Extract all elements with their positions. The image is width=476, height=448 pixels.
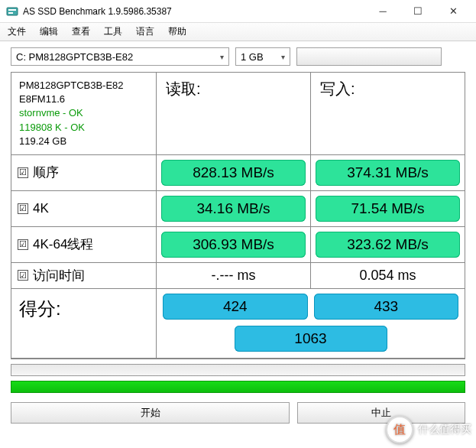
progress-bar-2 <box>11 381 465 393</box>
svg-rect-0 <box>7 8 18 15</box>
menu-tools[interactable]: 工具 <box>104 25 122 38</box>
toolbar: C: PM8128GPTCB3B-E82 ▾ 1 GB ▾ <box>0 41 476 72</box>
score-total: 1063 <box>235 326 387 352</box>
close-button[interactable]: ✕ <box>436 1 470 22</box>
drive-value: C: PM8128GPTCB3B-E82 <box>16 51 133 63</box>
k464-read-cell: 306.93 MB/s <box>157 227 311 262</box>
k464-write: 323.62 MB/s <box>316 232 460 258</box>
seq-label: 顺序 <box>33 164 59 181</box>
toolbar-spacer-button[interactable] <box>296 47 442 66</box>
k464-label: 4K-64线程 <box>33 235 93 253</box>
watermark-text: 什么值得买 <box>418 423 471 437</box>
results-table: PM8128GPTCB3B-E82 E8FM11.6 stornvme - OK… <box>11 72 465 359</box>
info-model: PM8128GPTCB3B-E82 <box>19 79 124 93</box>
chevron-down-icon: ▾ <box>281 53 285 61</box>
menu-help[interactable]: 帮助 <box>168 25 186 38</box>
window-title: AS SSD Benchmark 1.9.5986.35387 <box>23 6 366 17</box>
header-row: PM8128GPTCB3B-E82 E8FM11.6 stornvme - OK… <box>11 73 465 155</box>
row-4k64: ☑ 4K-64线程 306.93 MB/s 323.62 MB/s <box>11 227 465 263</box>
menu-view[interactable]: 查看 <box>72 25 90 38</box>
k4-write-cell: 71.54 MB/s <box>311 191 465 226</box>
k4-checkbox[interactable]: ☑ <box>18 203 28 214</box>
acc-read-cell: -.--- ms <box>157 263 311 288</box>
k464-read: 306.93 MB/s <box>161 232 306 258</box>
k4-label-cell: ☑ 4K <box>11 191 157 226</box>
info-firmware: E8FM11.6 <box>19 93 65 106</box>
seq-label-cell: ☑ 顺序 <box>11 155 157 190</box>
seq-read-cell: 828.13 MB/s <box>157 155 311 190</box>
svg-rect-1 <box>8 9 16 11</box>
window-controls: ─ ☐ ✕ <box>366 1 470 22</box>
titlebar: AS SSD Benchmark 1.9.5986.35387 ─ ☐ ✕ <box>0 0 476 23</box>
col-write-header: 写入: <box>311 73 465 154</box>
score-values: 424 433 1063 <box>157 289 465 358</box>
svg-rect-2 <box>8 12 13 14</box>
row-score: 得分: 424 433 1063 <box>11 289 465 359</box>
k4-label: 4K <box>33 201 49 216</box>
k4-read: 34.16 MB/s <box>161 196 306 222</box>
menu-language[interactable]: 语言 <box>136 25 154 38</box>
score-read: 424 <box>163 294 308 320</box>
k464-checkbox[interactable]: ☑ <box>18 239 28 250</box>
acc-read: -.--- ms <box>212 268 256 284</box>
k4-write: 71.54 MB/s <box>316 196 460 222</box>
seq-checkbox[interactable]: ☑ <box>18 167 28 178</box>
seq-write-cell: 374.31 MB/s <box>311 155 465 190</box>
k4-read-cell: 34.16 MB/s <box>157 191 311 226</box>
minimize-button[interactable]: ─ <box>366 1 400 22</box>
row-seq: ☑ 顺序 828.13 MB/s 374.31 MB/s <box>11 155 465 191</box>
watermark-icon: 值 <box>386 416 413 443</box>
menu-edit[interactable]: 编辑 <box>40 25 58 38</box>
acc-checkbox[interactable]: ☑ <box>18 270 28 281</box>
menu-file[interactable]: 文件 <box>8 25 26 38</box>
size-select[interactable]: 1 GB ▾ <box>235 47 290 66</box>
row-access: ☑ 访问时间 -.--- ms 0.054 ms <box>11 263 465 289</box>
acc-write: 0.054 ms <box>359 268 416 284</box>
seq-read: 828.13 MB/s <box>161 160 306 186</box>
menubar: 文件 编辑 查看 工具 语言 帮助 <box>0 23 476 41</box>
app-icon <box>6 5 18 18</box>
drive-info: PM8128GPTCB3B-E82 E8FM11.6 stornvme - OK… <box>11 73 157 154</box>
row-4k: ☑ 4K 34.16 MB/s 71.54 MB/s <box>11 191 465 227</box>
k464-label-cell: ☑ 4K-64线程 <box>11 227 157 262</box>
size-value: 1 GB <box>241 51 264 63</box>
acc-write-cell: 0.054 ms <box>311 263 465 288</box>
score-label: 得分: <box>11 289 157 358</box>
acc-label: 访问时间 <box>33 267 85 284</box>
maximize-button[interactable]: ☐ <box>401 1 435 22</box>
chevron-down-icon: ▾ <box>220 53 224 61</box>
col-read-header: 读取: <box>157 73 311 154</box>
score-write: 433 <box>314 294 459 320</box>
watermark: 值 什么值得买 <box>386 416 471 443</box>
progress-bar-1 <box>11 364 465 376</box>
info-capacity: 119.24 GB <box>19 135 66 148</box>
k464-write-cell: 323.62 MB/s <box>311 227 465 262</box>
drive-select[interactable]: C: PM8128GPTCB3B-E82 ▾ <box>11 47 229 66</box>
info-driver: stornvme - OK <box>19 106 83 120</box>
seq-write: 374.31 MB/s <box>316 160 460 186</box>
info-alignment: 119808 K - OK <box>19 121 85 135</box>
start-button[interactable]: 开始 <box>11 402 290 424</box>
acc-label-cell: ☑ 访问时间 <box>11 263 157 288</box>
